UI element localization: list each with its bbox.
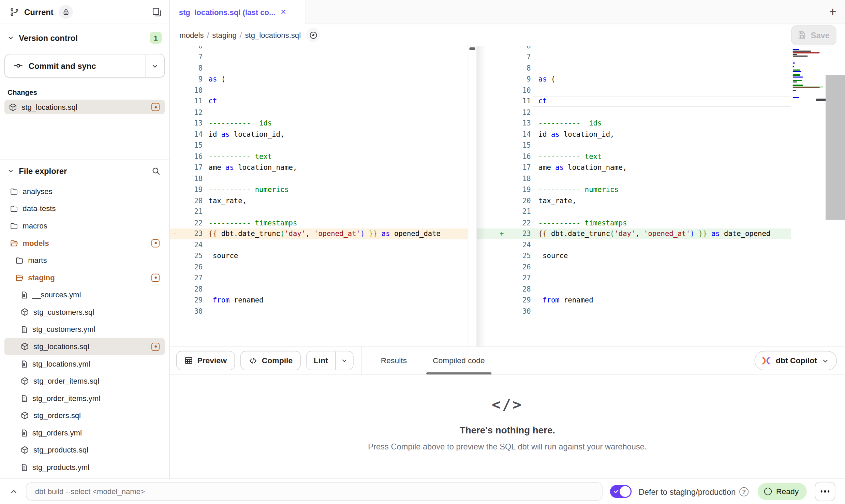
code-line-right-27[interactable]: 27 (477, 272, 791, 283)
code-line-left-22[interactable]: 22---------- timestamps (170, 217, 468, 228)
code-line-right-7[interactable]: 7 (477, 51, 791, 62)
code-line-left-14[interactable]: 14id as location_id, (170, 129, 468, 140)
dbt-copilot-button[interactable]: dbt Copilot (755, 351, 837, 370)
duplicate-ide-button[interactable] (150, 6, 163, 18)
file-tree-item-marts[interactable]: marts (4, 252, 165, 269)
file-tree-item-stg_customers.yml[interactable]: stg_customers.yml (4, 321, 165, 338)
save-button[interactable]: Save (791, 25, 836, 45)
code-line-left-25[interactable]: 25 source (170, 250, 468, 261)
file-tree-item-stg_orders.yml[interactable]: stg_orders.yml (4, 424, 165, 442)
code-line-left-13[interactable]: 13---------- ids (170, 118, 468, 129)
code-line-left-30[interactable]: 30 (170, 306, 468, 316)
code-line-right-21[interactable]: 21 (477, 206, 791, 217)
code-line-left-21[interactable]: 21 (170, 206, 468, 217)
code-line-right-16[interactable]: 16---------- text (477, 151, 791, 162)
help-icon[interactable]: ? (739, 487, 748, 496)
breadcrumb-segment[interactable]: stg_locations.sql (245, 31, 301, 39)
preview-button[interactable]: Preview (176, 351, 235, 370)
command-input[interactable] (26, 482, 603, 501)
lint-button[interactable]: Lint (307, 351, 335, 370)
file-tree-item-analyses[interactable]: analyses (4, 183, 165, 200)
breadcrumb-segment[interactable]: models (179, 31, 204, 39)
left-editor-scrollbar[interactable] (468, 46, 477, 346)
code-line-left-9[interactable]: 9as ( (170, 74, 468, 85)
code-line-left-23[interactable]: -23{{ dbt.date_trunc('day', 'opened_at')… (170, 228, 468, 239)
file-explorer-header[interactable]: File explorer (4, 163, 165, 179)
version-control-header[interactable]: Version control 1 (4, 30, 165, 46)
tab-compiled-code[interactable]: Compiled code (433, 346, 485, 374)
explore-lineage-button[interactable] (306, 28, 320, 42)
file-tree-item-stg_order_items.yml[interactable]: stg_order_items.yml (4, 390, 165, 407)
code-line-right-22[interactable]: 22---------- timestamps (477, 217, 791, 228)
code-line-right-9[interactable]: 9as ( (477, 74, 791, 85)
editor-tab-stg-locations[interactable]: stg_locations.sql (last co... × (170, 0, 306, 24)
compile-button[interactable]: Compile (240, 351, 301, 370)
status-badge[interactable]: Ready (758, 483, 807, 500)
close-tab-icon[interactable]: × (281, 8, 286, 17)
new-tab-button[interactable]: + (829, 6, 836, 18)
breadcrumb-segment[interactable]: staging (212, 31, 236, 39)
code-line-left-10[interactable]: 10 (170, 85, 468, 95)
code-line-right-13[interactable]: 13---------- ids (477, 118, 791, 129)
diff-pane-original[interactable]: 6 7 8 9as ( 10 11ct 12 13---------- ids … (170, 46, 468, 346)
minimap[interactable] (793, 48, 825, 100)
defer-toggle[interactable] (610, 485, 632, 498)
diff-pane-modified[interactable]: 6 7 8 9as ( 10 11ct 12 13---------- ids … (477, 46, 791, 346)
code-line-right-6[interactable]: 6 (477, 46, 791, 51)
code-line-left-27[interactable]: 27 (170, 272, 468, 283)
breadcrumb[interactable]: models / staging / stg_locations.sql (179, 31, 301, 39)
code-line-right-23[interactable]: +23{{ dbt.date_trunc('day', 'opened_at')… (477, 228, 791, 239)
code-line-right-20[interactable]: 20tax_rate, (477, 195, 791, 206)
code-line-left-7[interactable]: 7 (170, 51, 468, 62)
code-line-left-6[interactable]: 6 (170, 46, 468, 51)
file-tree-item-stg_orders.sql[interactable]: stg_orders.sql (4, 407, 165, 424)
scrollbar-thumb[interactable] (469, 47, 475, 50)
code-line-right-29[interactable]: 29 from renamed (477, 295, 791, 306)
code-line-left-20[interactable]: 20tax_rate, (170, 195, 468, 206)
code-line-right-8[interactable]: 8 (477, 62, 791, 73)
code-line-right-17[interactable]: 17ame as location_name, (477, 162, 791, 173)
file-tree-item-stg_locations.sql[interactable]: stg_locations.sql (4, 338, 165, 355)
code-line-left-18[interactable]: 18 (170, 173, 468, 184)
code-line-right-25[interactable]: 25 source (477, 250, 791, 261)
code-line-right-10[interactable]: 10 (477, 85, 791, 95)
code-line-right-19[interactable]: 19---------- numerics (477, 184, 791, 195)
code-line-left-29[interactable]: 29 from renamed (170, 295, 468, 306)
code-line-left-28[interactable]: 28 (170, 283, 468, 294)
code-line-left-8[interactable]: 8 (170, 62, 468, 73)
code-line-left-11[interactable]: 11ct (170, 96, 468, 107)
code-line-left-24[interactable]: 24 (170, 239, 468, 250)
code-line-left-26[interactable]: 26 (170, 261, 468, 272)
code-line-right-24[interactable]: 24 (477, 239, 791, 250)
code-line-right-12[interactable]: 12 (477, 107, 791, 118)
code-line-left-17[interactable]: 17ame as location_name, (170, 162, 468, 173)
code-line-left-19[interactable]: 19---------- numerics (170, 184, 468, 195)
code-line-right-28[interactable]: 28 (477, 283, 791, 294)
code-line-right-30[interactable]: 30 (477, 306, 791, 316)
code-line-left-15[interactable]: 15 (170, 140, 468, 151)
commit-options-caret[interactable] (145, 55, 164, 77)
file-tree-item-stg_customers.sql[interactable]: stg_customers.sql (4, 303, 165, 321)
file-tree-item-stg_locations.yml[interactable]: stg_locations.yml (4, 355, 165, 372)
code-line-right-11[interactable]: 11ct (477, 96, 791, 107)
file-tree-item-staging[interactable]: staging (4, 269, 165, 286)
commit-and-sync-button[interactable]: Commit and sync (4, 54, 165, 78)
file-tree-item-stg_products.yml[interactable]: stg_products.yml (4, 459, 165, 476)
expand-console-button[interactable] (5, 487, 21, 495)
tab-results[interactable]: Results (381, 346, 407, 374)
file-search-button[interactable] (150, 165, 162, 176)
window-scrollbar[interactable] (826, 75, 845, 220)
changed-file-row[interactable]: stg_locations.sql (4, 100, 165, 114)
code-line-left-16[interactable]: 16---------- text (170, 151, 468, 162)
file-tree-item-stg_products.sql[interactable]: stg_products.sql (4, 441, 165, 459)
file-tree-item-data-tests[interactable]: data-tests (4, 200, 165, 217)
lint-options-caret[interactable] (335, 351, 353, 370)
code-line-left-12[interactable]: 12 (170, 107, 468, 118)
file-tree-item-stg_order_items.sql[interactable]: stg_order_items.sql (4, 372, 165, 390)
more-options-button[interactable] (815, 482, 835, 501)
code-line-right-14[interactable]: 14id as location_id, (477, 129, 791, 140)
file-tree-item-macros[interactable]: macros (4, 217, 165, 235)
code-line-right-18[interactable]: 18 (477, 173, 791, 184)
file-tree-item-models[interactable]: models (4, 234, 165, 252)
code-line-right-26[interactable]: 26 (477, 261, 791, 272)
